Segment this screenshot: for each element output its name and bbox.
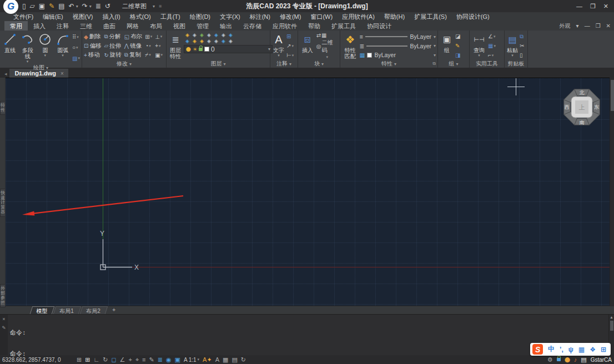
redo-icon[interactable]: ↷ [82, 2, 88, 10]
side-tab-quick-calculator[interactable]: 快速计算器 [0, 189, 6, 217]
layer-unisolate-icon[interactable]: ◈ [205, 38, 213, 44]
layer-walk-icon[interactable]: ◈ [213, 38, 220, 44]
panel-label-draw[interactable]: 绘图▾ [0, 64, 82, 72]
menu-collaboration[interactable]: 协同设计(G) [452, 13, 494, 21]
layer-settings-icon[interactable]: ◈ [227, 32, 234, 38]
layer-dropdown[interactable]: ⬤ ☀ 0 ▾ [184, 45, 273, 53]
clean-screen-toggle[interactable]: ↻ [241, 355, 246, 364]
tab-layout1[interactable]: 布局1 [53, 306, 81, 314]
menu-express-tools[interactable]: 扩展工具(S) [410, 13, 451, 21]
tab-model[interactable]: 模型 [30, 306, 55, 314]
align-button[interactable]: ⊥▾ [155, 33, 163, 41]
print-icon[interactable]: ▤ [58, 2, 64, 10]
ime-toolbox-icon[interactable]: ⊞ [601, 346, 606, 353]
ribbon-tab-help[interactable]: 帮助 [303, 21, 326, 31]
command-edit-icon[interactable]: ✎ [2, 325, 6, 331]
object-snap-toggle[interactable]: ◻ [111, 355, 116, 364]
ime-logo[interactable]: S [532, 344, 543, 355]
qr-caret-icon[interactable]: ▾ [326, 55, 329, 59]
layer-properties-button[interactable]: ≣ 图层特性 [168, 32, 183, 60]
annotation-scale-dropdown[interactable]: A 1:1 ▾ [184, 357, 199, 363]
appearance-caret-icon[interactable]: ▾ [576, 23, 579, 29]
hatch-button[interactable]: ▨▾ [72, 55, 80, 62]
redo-caret-icon[interactable]: ▾ [89, 4, 92, 9]
cut-button[interactable]: ✂ [520, 43, 524, 49]
settings-gear-icon[interactable]: ⚙ [547, 355, 553, 364]
ungroup-button[interactable]: ◪ [455, 33, 460, 39]
minimize-button[interactable]: — [576, 3, 582, 10]
copy-button[interactable]: ⧉复制 [124, 51, 142, 59]
snap-mode-toggle[interactable]: ⊞ [85, 355, 90, 364]
layers-icon[interactable]: ≣ [95, 2, 101, 10]
app-logo[interactable]: G [3, 0, 18, 14]
menu-help[interactable]: 帮助(H) [380, 13, 409, 21]
panel-label-layer[interactable]: 图层▾ [167, 60, 270, 68]
menu-dimension[interactable]: 标注(N) [245, 13, 275, 21]
polar-tracking-toggle[interactable]: ↻ [103, 355, 108, 364]
layer-thaw-icon[interactable]: ◈ [191, 38, 198, 44]
erase-button[interactable]: ◆删除 [84, 33, 101, 41]
panel-label-utilities[interactable]: 实用工具 [470, 60, 504, 68]
menu-draw[interactable]: 绘图(D) [185, 13, 215, 21]
doc-minimize-button[interactable]: — [585, 23, 590, 29]
hatch-preview-toggle[interactable]: ▦ [223, 355, 228, 364]
layer-freeze-icon[interactable]: ◈ [191, 32, 198, 38]
drawing-canvas[interactable]: Y X 北 南 西 东 上 [6, 78, 610, 306]
linetype-dropdown[interactable]: ≣ ByLayer ▾ [359, 42, 436, 50]
point-style-button[interactable]: ⠿▾ [72, 34, 80, 40]
offset-button[interactable]: ⊡偏移 [84, 42, 101, 50]
leader-button[interactable]: ↗▾ [286, 43, 294, 49]
appearance-dropdown[interactable]: 外观 [560, 22, 571, 30]
angle-snap-toggle[interactable]: ∠ [120, 355, 125, 364]
ribbon-tab-collab[interactable]: 协同设计 [361, 21, 397, 31]
doc-restore-button[interactable]: ❐ [596, 23, 601, 29]
ribbon-tab-manage[interactable]: 管理 [191, 21, 214, 31]
rotate-button[interactable]: ↻旋转 [104, 51, 121, 59]
mirror-button[interactable]: ⋀镜像 [124, 42, 142, 50]
ribbon-tab-annotate[interactable]: 注释 [51, 21, 74, 31]
restore-button[interactable]: ❐ [590, 3, 596, 10]
doc-close-button[interactable]: ✕ [606, 23, 611, 29]
dimension-button[interactable]: ⊢▾ [286, 52, 294, 58]
ime-language-toggle[interactable]: 中 [548, 345, 555, 354]
ime-keyboard-icon[interactable]: ▦ [578, 346, 585, 353]
ime-toolbar[interactable]: S 中 ’, ψ ▦ ❖ ⊞ [530, 343, 611, 356]
calculator-button[interactable]: ▦▾ [488, 43, 496, 49]
break-button[interactable]: +▾ [155, 42, 163, 50]
save-as-icon[interactable]: ✎ [49, 2, 54, 10]
open-file-icon[interactable]: ▱ [30, 2, 35, 10]
ribbon-tab-cloud[interactable]: 云存储 [238, 21, 267, 31]
copy-clip-button[interactable]: ⧉ [520, 33, 524, 40]
group-button[interactable]: ▣ 组 [440, 32, 454, 60]
canvas-vertical-scrollbar[interactable] [610, 78, 614, 306]
doc-monitor-icon[interactable]: ▤ [581, 355, 586, 364]
panel-label-modify[interactable]: 修改▾ [82, 60, 166, 68]
qr-code-button[interactable]: ◎二维码 [316, 39, 338, 54]
ribbon-tab-apps[interactable]: 应用软件 [267, 21, 303, 31]
annotation-visibility-toggle[interactable]: A✦ [203, 355, 212, 364]
ortho-mode-toggle[interactable]: ∟ [93, 355, 99, 364]
menu-modify[interactable]: 修改(M) [275, 13, 306, 21]
ellipse-button[interactable]: ○▾ [72, 44, 80, 50]
panel-label-properties[interactable]: 特性▾ ⧉ [340, 60, 437, 68]
menu-window[interactable]: 窗口(W) [306, 13, 337, 21]
workspace-selector[interactable]: 二维草图 [118, 2, 151, 11]
ime-punctuation-toggle[interactable]: ’, [560, 346, 563, 353]
layer-off-icon[interactable]: ◈ [184, 38, 191, 44]
layer-delete-icon[interactable]: ◈ [227, 38, 234, 44]
stretch-button[interactable]: ▱拉伸 [104, 42, 121, 50]
table-preview-toggle[interactable]: ▤ [231, 355, 237, 364]
circle-button[interactable]: 圆 ▾ [37, 32, 54, 64]
polyline-caret-icon[interactable]: ▾ [27, 59, 29, 64]
color-dropdown[interactable]: ▦ ByLayer ▾ [359, 51, 436, 59]
move-button[interactable]: +移动 [84, 51, 101, 59]
command-scroll-thumb[interactable] [610, 321, 613, 331]
ribbon-tab-layout[interactable]: 布局 [144, 21, 168, 31]
undo-icon[interactable]: ↶ [69, 2, 74, 10]
doc-tab-scroll-left-icon[interactable]: ◂ [4, 71, 7, 77]
object-snap-tracking-toggle[interactable]: + [128, 355, 132, 364]
panel-label-group[interactable]: 组▾ [438, 60, 469, 68]
inquiry-button[interactable]: ⊢⊣ 查询 ▾ [471, 32, 487, 60]
menu-tools[interactable]: 工具(T) [156, 13, 185, 21]
ribbon-tab-view[interactable]: 视图 [168, 21, 191, 31]
